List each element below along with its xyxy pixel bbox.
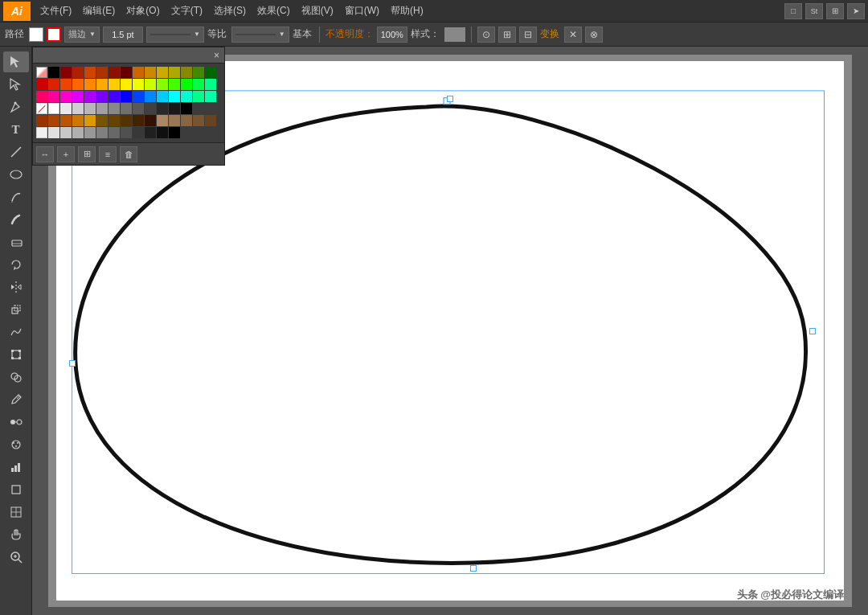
sw3-12[interactable] [169, 91, 180, 102]
sw6-2[interactable] [48, 127, 59, 138]
tool-pencil[interactable] [3, 187, 29, 207]
tool-free-transform[interactable] [3, 344, 29, 365]
tool-ellipse[interactable] [3, 164, 29, 185]
sw3-15[interactable] [205, 91, 216, 102]
swatch-y2[interactable] [181, 67, 192, 78]
swatch-r3[interactable] [84, 67, 96, 78]
sw3-6[interactable] [96, 91, 108, 102]
sw2-3[interactable] [60, 79, 72, 90]
sw6-3[interactable] [60, 127, 72, 138]
sw4-10[interactable] [157, 103, 168, 114]
swatch-orange3[interactable] [157, 67, 168, 78]
stroke-swatch[interactable] [47, 27, 61, 42]
sw3-11[interactable] [157, 91, 168, 102]
tool-shape-builder[interactable] [3, 367, 29, 387]
swatch-y1[interactable] [169, 67, 180, 78]
tool-selection[interactable] [3, 51, 29, 72]
sw6-8[interactable] [121, 127, 132, 138]
menu-help[interactable]: 帮助(H) [386, 2, 428, 19]
swatch-r5[interactable] [108, 67, 120, 78]
panel-move-btn[interactable]: ↔ [36, 146, 54, 162]
sw5-8[interactable] [121, 115, 132, 126]
stroke-arrow-dropdown[interactable]: ▼ [146, 27, 204, 43]
fill-swatch[interactable] [29, 27, 43, 42]
irregular-ellipse-path[interactable] [76, 106, 806, 563]
panel-add-btn[interactable]: + [57, 146, 75, 162]
tool-artboard[interactable] [3, 479, 29, 500]
sw3-5[interactable] [84, 91, 96, 102]
icon-btn-4[interactable]: ✕ [564, 27, 582, 43]
tool-brush[interactable] [3, 209, 29, 230]
swatch-r2[interactable] [72, 67, 84, 78]
anchor-left-pt[interactable] [69, 360, 76, 367]
sw5-6[interactable] [96, 115, 108, 126]
sw5-15[interactable] [205, 115, 216, 126]
sw5-4[interactable] [72, 115, 84, 126]
menu-edit[interactable]: 编辑(E) [78, 2, 120, 19]
sw5-13[interactable] [181, 115, 192, 126]
tool-warp[interactable] [3, 322, 29, 342]
stroke-size-input[interactable]: 1.5 pt [103, 27, 143, 43]
swatch-g1[interactable] [193, 67, 204, 78]
menu-btn-arrow[interactable]: ➤ [847, 3, 865, 19]
sw2-1[interactable] [36, 79, 47, 90]
sw4-3[interactable] [72, 103, 84, 114]
sw6-12[interactable] [169, 127, 180, 138]
sw6-9[interactable] [133, 127, 144, 138]
menu-btn-3[interactable]: ⊞ [826, 3, 844, 19]
tool-eyedropper[interactable] [3, 389, 29, 410]
sw5-1[interactable] [36, 115, 47, 126]
sw3-2[interactable] [48, 91, 59, 102]
sw2-10[interactable] [145, 79, 156, 90]
menu-btn-st[interactable]: St [805, 3, 823, 19]
sw4-8[interactable] [133, 103, 144, 114]
canvas-area[interactable]: × [32, 47, 868, 615]
swatch-none[interactable] [36, 67, 47, 78]
sw2-13[interactable] [181, 79, 192, 90]
icon-btn-5[interactable]: ⊗ [585, 27, 603, 43]
tool-pen[interactable] [3, 96, 29, 117]
sw4-1[interactable] [48, 103, 59, 114]
menu-window[interactable]: 窗口(W) [340, 2, 384, 19]
tool-rotate[interactable] [3, 254, 29, 275]
anchor-top-pt[interactable] [447, 96, 453, 102]
sw4-2[interactable] [60, 103, 72, 114]
sw5-14[interactable] [193, 115, 204, 126]
panel-list-btn[interactable]: ≡ [99, 146, 117, 162]
sw3-7[interactable] [108, 91, 120, 102]
menu-type[interactable]: 文字(T) [166, 2, 207, 19]
sw5-12[interactable] [169, 115, 180, 126]
sw3-13[interactable] [181, 91, 192, 102]
tool-line[interactable] [3, 141, 29, 162]
sw5-3[interactable] [60, 115, 72, 126]
sw3-9[interactable] [133, 91, 144, 102]
sw4-9[interactable] [145, 103, 156, 114]
sw2-11[interactable] [157, 79, 168, 90]
sw5-7[interactable] [108, 115, 120, 126]
sw3-14[interactable] [193, 91, 204, 102]
icon-btn-1[interactable]: ⊙ [477, 27, 495, 43]
tool-direct-selection[interactable] [3, 74, 29, 95]
sw5-11[interactable] [157, 115, 168, 126]
swatch-g2[interactable] [205, 67, 216, 78]
icon-btn-2[interactable]: ⊞ [498, 27, 516, 43]
sw3-3[interactable] [60, 91, 72, 102]
sw2-9[interactable] [133, 79, 144, 90]
sw3-1[interactable] [36, 91, 47, 102]
sw3-10[interactable] [145, 91, 156, 102]
swatch-r1[interactable] [60, 67, 72, 78]
style-swatch[interactable] [444, 27, 465, 42]
sw4-5[interactable] [96, 103, 108, 114]
swatch-orange2[interactable] [145, 67, 156, 78]
sw4-7[interactable] [121, 103, 132, 114]
swatch-r4[interactable] [96, 67, 108, 78]
sw6-10[interactable] [145, 127, 156, 138]
sw2-8[interactable] [121, 79, 132, 90]
icon-btn-3[interactable]: ⊟ [519, 27, 537, 43]
anchor-bottom-pt[interactable] [470, 565, 477, 572]
sw4-6[interactable] [108, 103, 120, 114]
opacity-input[interactable] [377, 27, 407, 43]
sw2-6[interactable] [96, 79, 108, 90]
sw6-1[interactable] [36, 127, 47, 138]
sw5-2[interactable] [48, 115, 59, 126]
